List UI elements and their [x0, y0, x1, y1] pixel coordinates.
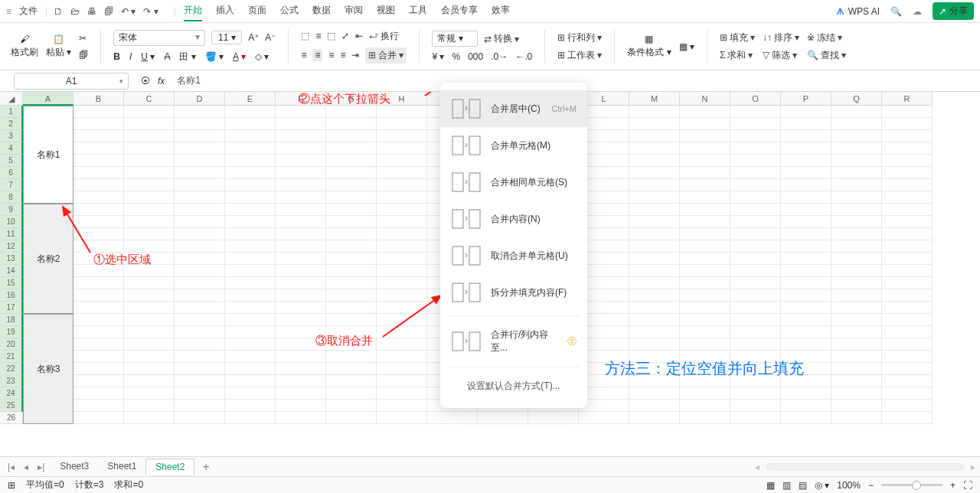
horizontal-scrollbar[interactable]	[766, 463, 965, 471]
decrease-font-icon[interactable]: A⁻	[265, 32, 276, 43]
row-header-4[interactable]: 4	[0, 142, 23, 155]
row-header-11[interactable]: 11	[0, 228, 23, 240]
row-header-16[interactable]: 16	[0, 289, 23, 302]
wps-ai-button[interactable]: ⩚WPS AI	[836, 6, 880, 17]
merged-cell-0[interactable]: 名称1	[23, 106, 74, 204]
zoom-in-icon[interactable]: +	[950, 480, 956, 491]
tab-page[interactable]: 页面	[248, 1, 266, 21]
cloud-icon[interactable]: ☁	[913, 6, 922, 17]
bold-icon[interactable]: B	[113, 51, 120, 62]
row-header-18[interactable]: 18	[0, 314, 23, 326]
merge-option-6[interactable]: ›合并行/列内容至...ⓢ	[440, 321, 587, 362]
col-header-P[interactable]: P	[781, 92, 831, 106]
sheet-tab-Sheet2[interactable]: Sheet2	[145, 459, 194, 475]
sheet-tab-Sheet1[interactable]: Sheet1	[98, 459, 145, 475]
row-header-21[interactable]: 21	[0, 351, 23, 363]
row-header-2[interactable]: 2	[0, 118, 23, 130]
convert-button[interactable]: ⇄ 转换 ▾	[484, 32, 519, 45]
hscroll-left-icon[interactable]: ◂	[755, 462, 760, 472]
merged-cell-2[interactable]: 名称3	[23, 314, 74, 424]
strike-icon[interactable]: A	[164, 51, 170, 62]
number-format-select[interactable]: 常规 ▾	[432, 31, 478, 47]
app-menu-icon[interactable]: ≡	[6, 6, 11, 17]
tab-data[interactable]: 数据	[312, 1, 331, 21]
indent-inc-icon[interactable]: ⇥	[351, 50, 359, 60]
sheet-first-icon[interactable]: |◂	[5, 462, 18, 472]
row-header-19[interactable]: 19	[0, 326, 23, 338]
dropdown-footer[interactable]: 设置默认合并方式(T)...	[440, 372, 587, 400]
row-header-14[interactable]: 14	[0, 265, 23, 277]
view-break-icon[interactable]: ▤	[799, 480, 807, 491]
col-header-A[interactable]: A	[23, 92, 74, 106]
freeze-button[interactable]: ※ 冻结 ▾	[807, 31, 846, 44]
file-menu[interactable]: 文件	[19, 2, 38, 21]
sheet-tab-Sheet3[interactable]: Sheet3	[51, 459, 98, 475]
italic-icon[interactable]: I	[129, 51, 132, 62]
align-middle-icon[interactable]: ≡	[315, 31, 321, 41]
row-header-20[interactable]: 20	[0, 338, 23, 351]
redo-icon[interactable]: ↷ ▾	[143, 6, 158, 17]
paste-button[interactable]: 📋 粘贴 ▾	[46, 34, 71, 59]
tab-tools[interactable]: 工具	[409, 1, 427, 21]
col-header-O[interactable]: O	[730, 92, 781, 106]
dec-decimal-icon[interactable]: ←.0	[515, 51, 532, 62]
clear-format-icon[interactable]: ◇ ▾	[255, 51, 269, 62]
share-button[interactable]: ↗ 分享	[933, 2, 974, 20]
col-header-N[interactable]: N	[680, 92, 730, 106]
print-icon[interactable]: 🖶	[87, 6, 96, 17]
copy-icon[interactable]: 🗐	[79, 50, 88, 60]
preview-icon[interactable]: 🗐	[104, 6, 113, 17]
new-icon[interactable]: 🗋	[54, 6, 63, 17]
add-sheet-button[interactable]: +	[198, 460, 214, 474]
font-name-select[interactable]: 宋体 ▾	[113, 30, 205, 46]
fx-icon[interactable]: fx	[158, 76, 165, 87]
reading-icon[interactable]: ◎ ▾	[815, 480, 829, 491]
comma-icon[interactable]: 000	[468, 51, 483, 62]
undo-icon[interactable]: ↶ ▾	[121, 6, 136, 17]
merged-cell-1[interactable]: 名称2	[23, 204, 74, 314]
row-header-1[interactable]: 1	[0, 106, 23, 118]
align-right-icon[interactable]: ≡	[328, 50, 334, 60]
row-header-5[interactable]: 5	[0, 155, 23, 167]
row-header-26[interactable]: 26	[0, 412, 23, 424]
merge-option-0[interactable]: ›合并居中(C)Ctrl+M	[440, 90, 587, 127]
zoom-value[interactable]: 100%	[837, 480, 861, 491]
worksheet-button[interactable]: ⊞ 工作表 ▾	[557, 49, 602, 62]
row-header-12[interactable]: 12	[0, 240, 23, 253]
merge-cells-button[interactable]: ⊞ 合并 ▾	[365, 47, 407, 64]
justify-icon[interactable]: ≡	[340, 50, 345, 60]
row-header-6[interactable]: 6	[0, 167, 23, 179]
col-header-E[interactable]: E	[225, 92, 276, 106]
col-header-G[interactable]: G	[326, 92, 377, 106]
border-icon[interactable]: 田 ▾	[179, 51, 195, 64]
search-icon[interactable]: 🔍	[890, 6, 902, 17]
inc-decimal-icon[interactable]: .0→	[491, 51, 508, 62]
col-header-D[interactable]: D	[175, 92, 225, 106]
align-bottom-icon[interactable]: ⬚	[327, 31, 335, 41]
hscroll-right-icon[interactable]: ▸	[971, 462, 975, 472]
open-icon[interactable]: 🗁	[70, 6, 80, 17]
name-box[interactable]: A1	[14, 73, 129, 90]
sheet-prev-icon[interactable]: ◂	[21, 462, 31, 472]
font-color-icon[interactable]: A ▾	[233, 51, 246, 62]
merge-option-4[interactable]: ›取消合并单元格(U)	[440, 237, 587, 274]
col-header-H[interactable]: H	[377, 92, 427, 106]
table-style-icon[interactable]: ▦ ▾	[679, 41, 694, 52]
tab-member[interactable]: 会员专享	[441, 1, 478, 21]
zoom-out-icon[interactable]: −	[868, 480, 874, 491]
view-normal-icon[interactable]: ▦	[766, 480, 775, 491]
format-painter-button[interactable]: 🖌 格式刷	[11, 34, 38, 59]
tab-review[interactable]: 审阅	[345, 1, 363, 21]
tab-insert[interactable]: 插入	[216, 1, 234, 21]
row-header-8[interactable]: 8	[0, 191, 23, 204]
col-header-F[interactable]: F	[276, 92, 326, 106]
fullscreen-icon[interactable]: ⛶	[963, 480, 972, 491]
row-header-17[interactable]: 17	[0, 302, 23, 314]
currency-icon[interactable]: ¥ ▾	[432, 51, 444, 62]
view-page-icon[interactable]: ▥	[782, 480, 791, 491]
row-header-10[interactable]: 10	[0, 216, 23, 228]
tab-efficiency[interactable]: 效率	[492, 1, 510, 21]
sort-button[interactable]: ↓↑ 排序 ▾	[763, 31, 799, 44]
percent-icon[interactable]: %	[452, 51, 460, 62]
row-header-13[interactable]: 13	[0, 253, 23, 265]
